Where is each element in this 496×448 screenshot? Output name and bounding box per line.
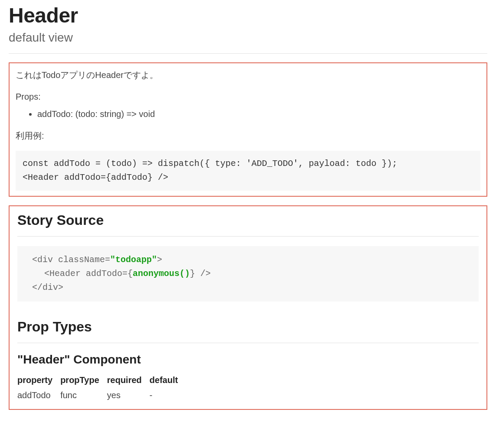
table-header: property: [17, 373, 60, 388]
table-cell: func: [60, 388, 107, 403]
table-header: default: [150, 373, 186, 388]
info-panel: これはTodoアプリのHeaderですよ。 Props: addTodo: (t…: [9, 62, 487, 197]
code-token: <Header: [44, 269, 81, 279]
table-header: propType: [60, 373, 107, 388]
code-token: anonymous(): [133, 269, 190, 279]
code-token: }: [190, 269, 195, 279]
story-source-heading: Story Source: [17, 212, 479, 228]
info-description: これはTodoアプリのHeaderですよ。: [16, 68, 480, 81]
prop-types-heading: Prop Types: [17, 319, 479, 335]
code-token: addTodo=: [81, 269, 127, 279]
prop-types-table: property propType required default addTo…: [17, 373, 186, 403]
code-token: ": [152, 255, 157, 265]
divider: [17, 343, 479, 343]
table-header: required: [107, 373, 150, 388]
code-token: <div: [32, 255, 53, 265]
divider: [9, 53, 487, 54]
usage-label: 利用例:: [16, 129, 480, 142]
table-cell: addTodo: [17, 388, 60, 403]
code-token: {: [127, 269, 133, 279]
component-heading: "Header" Component: [17, 353, 479, 367]
page-subtitle: default view: [9, 31, 487, 45]
divider: [17, 236, 479, 237]
code-token: </div>: [32, 282, 63, 292]
code-token: ": [110, 255, 115, 265]
story-source-code: <div className="todoapp"> <Header addTod…: [17, 246, 479, 302]
code-token: >: [157, 255, 162, 265]
props-label: Props:: [16, 90, 480, 103]
page-title: Header: [9, 3, 487, 27]
code-token: className=: [53, 255, 110, 265]
table-cell: yes: [107, 388, 150, 403]
code-token: todoapp: [115, 255, 152, 265]
code-token: />: [195, 269, 211, 279]
list-item: addTodo: (todo: string) => void: [37, 107, 480, 120]
usage-code: const addTodo = (todo) => dispatch({ typ…: [16, 151, 480, 191]
props-list: addTodo: (todo: string) => void: [37, 107, 480, 120]
table-row: addTodo func yes -: [17, 388, 186, 403]
table-cell: -: [150, 388, 186, 403]
story-panel: Story Source <div className="todoapp"> <…: [9, 205, 487, 410]
